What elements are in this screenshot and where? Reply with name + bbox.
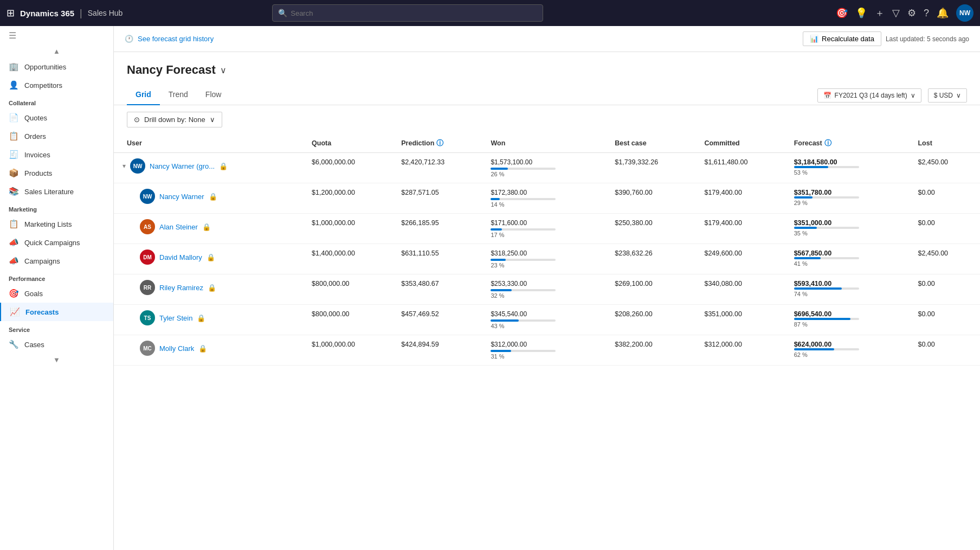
quota-cell: $1,400,000.00 xyxy=(305,244,395,274)
sidebar-item-campaigns[interactable]: 📣 Campaigns xyxy=(0,252,113,270)
goals-icon: 🎯 xyxy=(9,289,19,298)
sidebar-item-cases[interactable]: 🔧 Cases xyxy=(0,335,113,354)
won-amount: $1,573,100.00 xyxy=(491,158,602,166)
drilldown-icon: ⊙ xyxy=(134,116,140,124)
user-name[interactable]: David Mallory xyxy=(159,253,202,261)
col-committed: Committed xyxy=(698,134,787,153)
forecast-progress-bar-fill xyxy=(794,257,821,259)
prediction-cell: $631,110.55 xyxy=(395,244,484,274)
main-content: 🕐 See forecast grid history 📊 Recalculat… xyxy=(114,26,980,550)
lightbulb-icon[interactable]: 💡 xyxy=(855,7,867,19)
sidebar-toggle[interactable]: ☰ xyxy=(0,26,113,45)
prediction-info-icon[interactable]: ⓘ xyxy=(436,138,443,148)
table-row: RR Riley Ramirez 🔒 $800,000.00 $353,480.… xyxy=(114,274,980,305)
search-bar[interactable]: 🔍 xyxy=(272,4,543,22)
forecast-info-icon[interactable]: ⓘ xyxy=(824,138,831,148)
committed-cell: $179,400.00 xyxy=(698,183,787,214)
won-progress-bar-fill xyxy=(491,350,511,352)
sales-lit-icon: 📚 xyxy=(9,187,19,196)
waffle-icon[interactable]: ⊞ xyxy=(7,7,15,19)
user-avatar[interactable]: NW xyxy=(956,4,973,22)
focus-icon[interactable]: 🎯 xyxy=(836,7,848,19)
sidebar-item-invoices[interactable]: 🧾 Invoices xyxy=(0,145,113,164)
won-pct: 23 % xyxy=(491,262,602,268)
sidebar-item-marketing-lists[interactable]: 📋 Marketing Lists xyxy=(0,215,113,233)
bestcase-cell: $1,739,332.26 xyxy=(608,153,698,183)
sidebar-item-competitors[interactable]: 👤 Competitors xyxy=(0,76,113,94)
won-cell: $312,000.00 31 % xyxy=(484,335,608,366)
sidebar-item-forecasts[interactable]: 📈 Forecasts xyxy=(0,303,113,321)
search-icon: 🔍 xyxy=(278,9,287,17)
quota-cell: $6,000,000.00 xyxy=(305,153,395,183)
sidebar-item-products[interactable]: 📦 Products xyxy=(0,164,113,182)
user-name[interactable]: Alan Steiner xyxy=(159,223,198,231)
won-cell: $1,573,100.00 26 % xyxy=(484,153,608,183)
user-name[interactable]: Tyler Stein xyxy=(159,314,192,322)
won-progress-bar-fill xyxy=(491,168,507,170)
currency-label: $ USD xyxy=(934,92,953,99)
user-name[interactable]: Nancy Warner (gro... xyxy=(150,162,215,170)
forecast-amount: $567,850.00 xyxy=(794,250,905,257)
user-name[interactable]: Molly Clark xyxy=(159,344,194,353)
table-row: ▾ NW Nancy Warner (gro... 🔒 $6,000,000.0… xyxy=(114,153,980,183)
expand-button[interactable]: ▾ xyxy=(122,162,126,170)
forecast-cell: $593,410.00 74 % xyxy=(788,274,912,305)
search-input[interactable] xyxy=(291,9,537,17)
won-pct: 31 % xyxy=(491,353,602,360)
user-name[interactable]: Riley Ramirez xyxy=(159,284,203,292)
forecast-history-link[interactable]: 🕐 See forecast grid history xyxy=(125,35,214,43)
app-module: Sales Hub xyxy=(88,9,123,17)
tab-flow[interactable]: Flow xyxy=(197,86,230,105)
lock-icon: 🔒 xyxy=(198,344,207,353)
title-chevron-icon[interactable]: ∨ xyxy=(220,65,227,75)
tab-trend[interactable]: Trend xyxy=(160,86,197,105)
quotes-icon: 📄 xyxy=(9,113,19,123)
recalculate-button[interactable]: 📊 Recalculate data xyxy=(803,31,881,46)
forecast-cell: $3,184,580.00 53 % xyxy=(788,153,912,183)
currency-selector[interactable]: $ USD ∨ xyxy=(928,88,967,103)
bestcase-cell: $238,632.26 xyxy=(608,244,698,274)
sidebar-item-quick-campaigns[interactable]: 📣 Quick Campaigns xyxy=(0,233,113,252)
committed-cell: $179,400.00 xyxy=(698,214,787,244)
won-amount: $345,540.00 xyxy=(491,310,602,318)
sidebar-item-quotes[interactable]: 📄 Quotes xyxy=(0,108,113,127)
tab-grid[interactable]: Grid xyxy=(127,86,160,105)
quota-cell: $1,000,000.00 xyxy=(305,214,395,244)
sidebar-item-label: Quotes xyxy=(24,114,47,122)
lock-icon: 🔒 xyxy=(202,223,211,231)
table-row: MC Molly Clark 🔒 $1,000,000.00 $424,894.… xyxy=(114,335,980,366)
add-icon[interactable]: ＋ xyxy=(875,7,885,20)
sidebar-item-label: Invoices xyxy=(24,151,50,159)
period-selector[interactable]: 📅 FY2021 Q3 (14 days left) ∨ xyxy=(817,88,921,103)
campaigns-icon: 📣 xyxy=(9,256,19,266)
table-header: User Quota Prediction ⓘ Won Best case Co… xyxy=(114,134,980,153)
user-avatar-cell: RR xyxy=(140,280,155,295)
sidebar-item-orders[interactable]: 📋 Orders xyxy=(0,127,113,145)
won-cell: $253,330.00 32 % xyxy=(484,274,608,305)
forecast-amount: $624,000.00 xyxy=(794,341,905,348)
user-name[interactable]: Nancy Warner xyxy=(159,193,204,201)
forecast-cell: $696,540.00 87 % xyxy=(788,305,912,335)
prediction-cell: $2,420,712.33 xyxy=(395,153,484,183)
sidebar-item-goals[interactable]: 🎯 Goals xyxy=(0,284,113,303)
col-prediction: Prediction ⓘ xyxy=(395,134,484,153)
forecast-table: User Quota Prediction ⓘ Won Best case Co… xyxy=(114,134,980,366)
content-topbar: 🕐 See forecast grid history 📊 Recalculat… xyxy=(114,26,980,52)
help-icon[interactable]: ? xyxy=(924,8,929,19)
header-row: User Quota Prediction ⓘ Won Best case Co… xyxy=(114,134,980,153)
settings-icon[interactable]: ⚙ xyxy=(907,7,916,19)
col-lost: Lost xyxy=(911,134,980,153)
filter-icon[interactable]: ▽ xyxy=(892,7,900,19)
won-cell: $318,250.00 23 % xyxy=(484,244,608,274)
won-progress-bar-bg xyxy=(491,350,556,352)
quick-campaigns-icon: 📣 xyxy=(9,238,19,247)
forecast-progress-bar-fill xyxy=(794,227,817,229)
scroll-up-button[interactable]: ▲ xyxy=(0,45,113,57)
sidebar-item-opportunities[interactable]: 🏢 Opportunities xyxy=(0,57,113,76)
user-cell: ▾ NW Nancy Warner (gro... 🔒 xyxy=(122,158,299,174)
user-avatar-cell: NW xyxy=(130,158,145,174)
sidebar-item-sales-literature[interactable]: 📚 Sales Literature xyxy=(0,182,113,201)
scroll-down-button[interactable]: ▼ xyxy=(0,354,113,366)
drilldown-button[interactable]: ⊙ Drill down by: None ∨ xyxy=(127,112,222,127)
notification-icon[interactable]: 🔔 xyxy=(937,7,949,19)
